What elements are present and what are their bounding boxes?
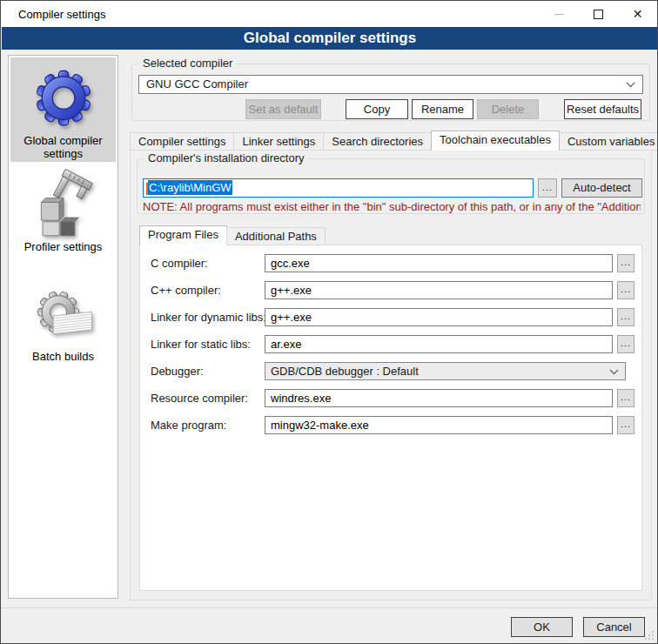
footer-divider xyxy=(1,607,658,608)
static-linker-input[interactable] xyxy=(265,335,613,353)
install-dir-input[interactable]: C:\raylib\MinGW xyxy=(143,178,534,198)
compiler-select-value: GNU GCC Compiler xyxy=(146,77,248,91)
compiler-settings-dialog: Compiler settings ✕ Global compiler sett… xyxy=(0,0,658,644)
make-program-label: Make program: xyxy=(151,419,226,432)
blue-gear-icon xyxy=(29,61,98,132)
sidebar-item-label: Global compiler settings xyxy=(10,132,116,165)
static-linker-browse-button[interactable]: ... xyxy=(617,335,634,353)
settings-tab-bar: Compiler settings Linker settings Search… xyxy=(130,131,652,151)
sidebar-item-profiler-settings[interactable]: Profiler settings xyxy=(10,165,116,258)
reset-defaults-button[interactable]: Reset defaults xyxy=(564,99,641,119)
chevron-down-icon xyxy=(609,369,619,375)
cancel-button[interactable]: Cancel xyxy=(583,617,645,637)
resource-compiler-browse-button[interactable]: ... xyxy=(617,389,634,407)
compiler-select[interactable]: GNU GCC Compiler xyxy=(138,75,643,94)
selected-compiler-group-label: Selected compiler xyxy=(139,57,236,70)
c-compiler-input[interactable] xyxy=(265,254,613,272)
c-compiler-label: C compiler: xyxy=(151,257,208,270)
dynamic-linker-label: Linker for dynamic libs: xyxy=(151,311,266,324)
program-files-tab-bar: Program Files Additional Paths xyxy=(139,225,325,245)
auto-detect-button[interactable]: Auto-detect xyxy=(561,178,642,198)
subtab-additional-paths[interactable]: Additional Paths xyxy=(226,227,326,245)
sidebar-item-global-compiler-settings[interactable]: Global compiler settings xyxy=(10,57,116,162)
debugger-select-value: GDB/CDB debugger : Default xyxy=(271,365,419,378)
sidebar-item-label: Profiler settings xyxy=(10,238,116,258)
cpp-compiler-input[interactable] xyxy=(265,281,613,299)
ok-button[interactable]: OK xyxy=(511,617,573,637)
resource-compiler-label: Resource compiler: xyxy=(151,392,248,405)
make-program-browse-button[interactable]: ... xyxy=(617,416,634,434)
sidebar-item-batch-builds[interactable]: Batch builds xyxy=(10,280,116,366)
make-program-input[interactable] xyxy=(265,416,613,434)
calipers-icon xyxy=(28,169,99,238)
selected-text: C:\raylib\MinGW xyxy=(148,180,232,195)
minimize-icon xyxy=(554,14,564,15)
maximize-button[interactable] xyxy=(579,1,618,27)
minimize-button[interactable] xyxy=(540,1,579,27)
subtab-program-files[interactable]: Program Files xyxy=(139,225,227,245)
static-linker-label: Linker for static libs: xyxy=(151,338,251,351)
copy-button[interactable]: Copy xyxy=(346,99,408,119)
resource-compiler-input[interactable] xyxy=(265,389,613,407)
install-dir-group-label: Compiler's installation directory xyxy=(144,151,308,164)
tab-toolchain-executables[interactable]: Toolchain executables xyxy=(431,131,560,151)
resize-grip[interactable] xyxy=(644,630,655,641)
set-as-default-button[interactable]: Set as default xyxy=(245,99,321,119)
sidebar-item-label: Batch builds xyxy=(10,348,116,368)
maximize-icon xyxy=(594,10,603,19)
rename-button[interactable]: Rename xyxy=(412,99,473,119)
page-title: Global compiler settings xyxy=(2,27,658,50)
tab-compiler-settings[interactable]: Compiler settings xyxy=(130,132,234,151)
title-bar[interactable]: Compiler settings ✕ xyxy=(1,1,657,27)
chevron-down-icon xyxy=(626,82,635,88)
gray-gear-stack-icon xyxy=(30,284,97,348)
install-dir-browse-button[interactable]: ... xyxy=(538,178,557,198)
bin-directory-note: NOTE: All programs must exist either in … xyxy=(143,200,641,213)
program-files-page: C compiler: ... C++ compiler: ... Linker… xyxy=(139,245,642,591)
debugger-select[interactable]: GDB/CDB debugger : Default xyxy=(265,362,626,380)
delete-button[interactable]: Delete xyxy=(477,99,539,119)
dynamic-linker-browse-button[interactable]: ... xyxy=(617,308,634,326)
debugger-label: Debugger: xyxy=(151,365,204,378)
cpp-compiler-browse-button[interactable]: ... xyxy=(617,281,634,299)
dynamic-linker-input[interactable] xyxy=(265,308,613,326)
window-title: Compiler settings xyxy=(18,8,105,21)
tab-search-directories[interactable]: Search directories xyxy=(323,132,432,151)
close-button[interactable]: ✕ xyxy=(618,1,657,27)
tab-linker-settings[interactable]: Linker settings xyxy=(233,132,324,151)
close-icon: ✕ xyxy=(633,8,643,20)
tab-custom-variables[interactable]: Custom variables xyxy=(559,132,658,151)
settings-category-list: Global compiler settings xyxy=(8,55,118,599)
cpp-compiler-label: C++ compiler: xyxy=(151,284,221,297)
c-compiler-browse-button[interactable]: ... xyxy=(617,254,634,272)
